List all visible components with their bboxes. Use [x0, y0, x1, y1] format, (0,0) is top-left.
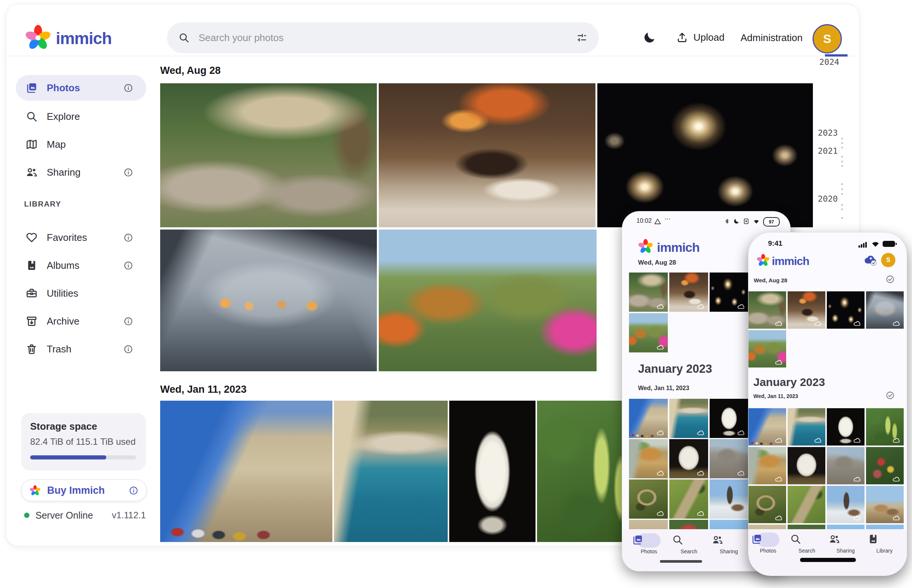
info-icon[interactable]: [123, 233, 133, 243]
sidebar-item-photos[interactable]: Photos: [16, 75, 146, 101]
photo-thumbnail-fortress-wall[interactable]: [629, 399, 668, 438]
photo-thumbnail-winter-church[interactable]: [710, 480, 749, 519]
photo-thumbnail-sea-grapes[interactable]: [866, 408, 904, 446]
photo-thumbnail-lizard[interactable]: [629, 480, 668, 519]
cloud-backup-icon: [852, 475, 862, 482]
photo-thumbnail-beach-cliff[interactable]: [749, 447, 786, 485]
info-icon[interactable]: [123, 260, 133, 271]
sidebar-item-sharing[interactable]: Sharing: [16, 160, 146, 185]
immich-logo-icon: [24, 23, 52, 52]
photo-thumbnail-ruined-wall[interactable]: [827, 447, 865, 485]
search-input[interactable]: [198, 32, 568, 44]
nav-tab-sharing[interactable]: Sharing: [712, 534, 746, 554]
timeline-scrubber-handle[interactable]: [825, 54, 847, 57]
trash-icon: [26, 343, 38, 355]
brand-wordmark: immich: [56, 29, 111, 48]
photo-thumbnail-ruined-wall[interactable]: [710, 439, 749, 478]
photo-thumbnail-coastal-fortress[interactable]: [669, 399, 708, 438]
photo-thumbnail-dinner-table[interactable]: [788, 291, 825, 329]
user-avatar[interactable]: S: [812, 24, 842, 53]
timeline-year-label[interactable]: 2021: [818, 146, 838, 156]
photo-thumbnail-fireworks[interactable]: [597, 83, 813, 227]
photo-thumbnail-stone-sculpture[interactable]: [669, 439, 708, 478]
nav-tab-library[interactable]: Library: [868, 533, 901, 554]
cloud-backup-icon: [655, 510, 665, 516]
photo-thumbnail-fireworks[interactable]: [710, 273, 749, 312]
photo-thumbnail-ornaments[interactable]: [866, 447, 904, 485]
nav-tab-photos[interactable]: Photos: [751, 533, 785, 554]
info-icon[interactable]: [123, 316, 133, 326]
nav-tab-photos[interactable]: Photos: [632, 534, 666, 554]
date-group-heading: Wed, Aug 28: [638, 259, 676, 267]
photo-thumbnail-lizard-moss[interactable]: [788, 486, 825, 523]
photo-thumbnail-zoo-monkeys[interactable]: [629, 273, 668, 312]
photo-thumbnail-stone-sculpture[interactable]: [788, 447, 825, 485]
photo-thumbnail-fortress-wall[interactable]: [749, 408, 786, 446]
photo-thumbnail-autumn-path[interactable]: [379, 229, 597, 371]
photo-thumbnail-beach-cliff[interactable]: [629, 439, 668, 478]
timeline-dot: [841, 165, 843, 167]
photo-thumbnail-lizard-moss[interactable]: [669, 480, 708, 519]
timeline-dot: [841, 188, 843, 190]
sidebar-item-albums[interactable]: Albums: [16, 252, 146, 278]
timeline-year-label[interactable]: 2020: [818, 194, 838, 204]
cloud-backup-icon: [655, 343, 665, 350]
sidebar-item-archive[interactable]: Archive: [16, 309, 146, 334]
date-group-heading: Wed, Jan 11, 2023: [160, 384, 247, 396]
photo-thumbnail-dinner-table[interactable]: [379, 83, 596, 227]
photo-thumbnail-autumn-path[interactable]: [629, 313, 668, 352]
photo-thumbnail-fireworks[interactable]: [827, 291, 865, 329]
timeline-year-label[interactable]: 2024: [819, 57, 839, 67]
bluetooth-icon: [724, 218, 730, 225]
photos-icon: [632, 534, 666, 545]
photo-thumbnail-autumn-path[interactable]: [749, 330, 786, 367]
timeline-year-label[interactable]: 2023: [818, 128, 838, 137]
user-avatar[interactable]: S: [881, 253, 896, 267]
administration-link[interactable]: Administration: [741, 32, 803, 44]
photo-thumbnail-zoo-monkeys[interactable]: [749, 291, 786, 329]
nav-tab-search[interactable]: Search: [672, 534, 706, 554]
sidebar-item-label: Favorites: [47, 232, 87, 244]
battery-level-pill: 97: [763, 217, 780, 226]
photo-thumbnail-marble-bust[interactable]: [710, 399, 749, 438]
info-icon[interactable]: [123, 83, 133, 93]
sidebar-item-label: Sharing: [47, 166, 81, 178]
timeline-dot: [841, 217, 843, 219]
search-bar[interactable]: [167, 22, 599, 53]
sidebar-item-utilities[interactable]: Utilities: [16, 280, 146, 306]
info-icon[interactable]: [123, 344, 133, 354]
photo-thumbnail-holding-hands[interactable]: [160, 229, 377, 371]
sidebar-item-favorites[interactable]: Favorites: [16, 225, 146, 250]
photo-thumbnail-town[interactable]: [866, 486, 904, 523]
sharing-people-icon: [26, 166, 38, 178]
photo-thumbnail-marble-bust[interactable]: [449, 401, 536, 542]
album-icon: [26, 259, 38, 271]
sidebar-item-trash[interactable]: Trash: [16, 336, 146, 362]
night-mode-icon: [733, 218, 740, 225]
dark-mode-moon-icon[interactable]: [642, 31, 657, 45]
select-all-check-icon[interactable]: [886, 391, 895, 400]
photo-thumbnail-marble-bust[interactable]: [827, 408, 865, 446]
nav-tab-search[interactable]: Search: [790, 533, 824, 554]
info-icon[interactable]: [123, 167, 133, 178]
cloud-sync-icon[interactable]: [862, 253, 877, 266]
photo-thumbnail-fortress-wall[interactable]: [160, 401, 333, 542]
select-all-check-icon[interactable]: [886, 275, 895, 284]
date-group-heading: Wed, Aug 28: [160, 65, 221, 76]
photo-thumbnail-dinner-table[interactable]: [669, 273, 708, 312]
upload-button[interactable]: Upload: [676, 31, 724, 44]
photo-thumbnail-zoo-monkeys[interactable]: [160, 83, 377, 227]
cloud-backup-icon: [852, 320, 862, 326]
sidebar-item-map[interactable]: Map: [16, 132, 146, 157]
cloud-backup-icon: [812, 436, 822, 443]
heart-icon: [26, 231, 38, 244]
photo-thumbnail-coastal-fortress[interactable]: [788, 408, 825, 446]
nav-tab-sharing[interactable]: Sharing: [829, 533, 863, 554]
photo-thumbnail-lizard[interactable]: [749, 486, 786, 523]
photo-thumbnail-holding-hands[interactable]: [866, 291, 904, 329]
sidebar-item-explore[interactable]: Explore: [16, 103, 146, 129]
photo-thumbnail-winter-church[interactable]: [827, 486, 865, 523]
buy-immich-button[interactable]: Buy Immich: [21, 480, 147, 501]
photo-thumbnail-coastal-fortress[interactable]: [334, 401, 448, 542]
filter-sliders-icon[interactable]: [576, 32, 588, 44]
